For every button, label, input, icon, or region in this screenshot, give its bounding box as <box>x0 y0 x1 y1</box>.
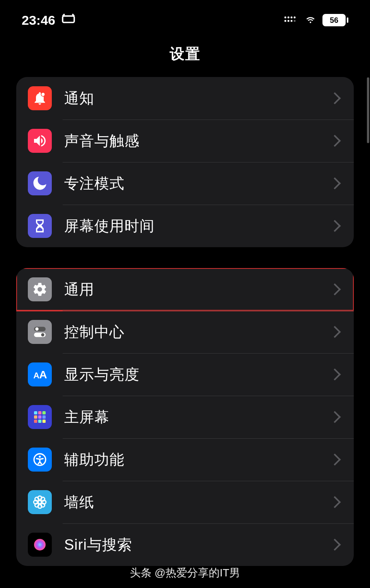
status-bar: 23:46 56 <box>0 0 370 33</box>
svg-point-1 <box>285 16 286 18</box>
attribution-handle: @热爱分享的IT男 <box>155 567 240 579</box>
cellular-icon <box>284 13 298 28</box>
svg-point-5 <box>285 20 286 22</box>
chevron-right-icon <box>329 411 341 423</box>
svg-point-6 <box>288 20 290 22</box>
attribution-watermark: 头条 @热爱分享的IT男 <box>0 566 370 580</box>
svg-point-26 <box>39 456 41 458</box>
attribution-prefix: 头条 <box>130 567 152 579</box>
status-left: 23:46 <box>22 11 76 29</box>
svg-rect-24 <box>43 420 46 423</box>
svg-point-36 <box>34 539 46 550</box>
svg-point-13 <box>41 333 44 336</box>
row-control-center[interactable]: 控制中心 <box>16 311 354 353</box>
row-label: 显示与亮度 <box>64 365 331 385</box>
svg-rect-18 <box>43 411 46 414</box>
settings-group-1: 通知 声音与触感 专注模式 屏幕使用时间 <box>16 77 354 247</box>
svg-rect-16 <box>34 411 37 414</box>
svg-point-2 <box>288 16 290 18</box>
hourglass-icon <box>28 214 52 238</box>
svg-rect-21 <box>43 415 46 419</box>
scrollbar[interactable] <box>367 77 369 143</box>
svg-rect-22 <box>34 420 37 423</box>
status-time: 23:46 <box>22 13 55 28</box>
svg-rect-23 <box>38 420 41 423</box>
svg-point-8 <box>294 20 296 22</box>
svg-point-11 <box>35 327 38 330</box>
row-label: 屏幕使用时间 <box>64 216 331 236</box>
chevron-right-icon <box>329 283 341 295</box>
moon-icon <box>28 171 52 195</box>
bell-icon <box>28 86 52 110</box>
row-label: Siri与搜索 <box>64 535 331 555</box>
row-display[interactable]: AA 显示与亮度 <box>16 353 354 396</box>
svg-rect-20 <box>38 415 41 419</box>
chevron-right-icon <box>329 326 341 338</box>
row-label: 通知 <box>64 89 331 108</box>
svg-point-7 <box>291 20 293 22</box>
svg-rect-0 <box>63 16 74 22</box>
svg-point-9 <box>41 92 45 96</box>
toggles-icon <box>28 320 52 344</box>
chevron-right-icon <box>329 496 341 508</box>
svg-point-3 <box>291 16 293 18</box>
battery-indicator: 56 <box>322 14 348 26</box>
speaker-icon <box>28 129 52 153</box>
app-grid-icon <box>28 405 52 429</box>
chevron-right-icon <box>329 220 341 232</box>
row-label: 声音与触感 <box>64 131 331 151</box>
svg-point-27 <box>38 501 41 504</box>
row-screen-time[interactable]: 屏幕使用时间 <box>16 205 354 247</box>
svg-text:A: A <box>33 371 39 380</box>
status-right: 56 <box>284 13 348 28</box>
row-label: 专注模式 <box>64 174 331 193</box>
text-size-icon: AA <box>28 362 52 386</box>
battery-percent: 56 <box>323 15 345 26</box>
row-sounds[interactable]: 声音与触感 <box>16 120 354 162</box>
svg-rect-17 <box>38 411 41 414</box>
chevron-right-icon <box>329 453 341 465</box>
row-notifications[interactable]: 通知 <box>16 77 354 120</box>
settings-group-2: 通用 控制中心 AA 显示与亮度 主屏幕 辅助功能 墙纸 <box>16 268 354 566</box>
wifi-icon <box>304 13 317 28</box>
row-label: 控制中心 <box>64 322 331 342</box>
chevron-right-icon <box>329 135 341 147</box>
row-accessibility[interactable]: 辅助功能 <box>16 438 354 481</box>
chevron-right-icon <box>329 92 341 104</box>
row-general[interactable]: 通用 <box>16 268 354 311</box>
svg-rect-19 <box>34 415 37 419</box>
svg-text:A: A <box>39 368 47 381</box>
row-siri[interactable]: Siri与搜索 <box>16 523 354 566</box>
row-label: 墙纸 <box>64 492 331 512</box>
flower-icon <box>28 490 52 514</box>
chevron-right-icon <box>329 538 341 550</box>
svg-point-4 <box>294 16 296 18</box>
row-wallpaper[interactable]: 墙纸 <box>16 481 354 523</box>
gear-icon <box>28 277 52 301</box>
chevron-right-icon <box>329 368 341 380</box>
siri-icon <box>28 533 52 557</box>
row-label: 通用 <box>64 280 331 299</box>
row-label: 主屏幕 <box>64 407 331 427</box>
accessibility-icon <box>28 448 52 472</box>
chevron-right-icon <box>329 177 341 189</box>
sleep-mode-icon <box>61 11 76 29</box>
row-label: 辅助功能 <box>64 450 331 470</box>
row-focus[interactable]: 专注模式 <box>16 162 354 205</box>
row-home-screen[interactable]: 主屏幕 <box>16 396 354 438</box>
page-title: 设置 <box>0 44 370 64</box>
